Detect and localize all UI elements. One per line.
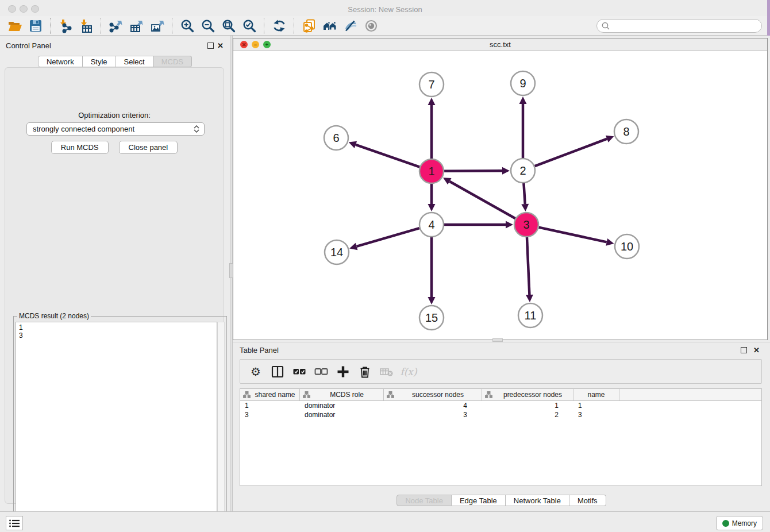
- tab-edge-table[interactable]: Edge Table: [452, 495, 506, 506]
- cell-predecessor-nodes[interactable]: 2: [482, 410, 573, 419]
- column-header-shared-name[interactable]: shared name: [240, 389, 300, 400]
- criterion-value: strongly connected component: [27, 125, 191, 133]
- close-table-panel-icon[interactable]: ✕: [753, 347, 760, 353]
- desktop-edge: [767, 0, 770, 36]
- tab-network-table[interactable]: Network Table: [506, 495, 569, 506]
- tab-select[interactable]: Select: [116, 56, 153, 67]
- edge-arrow-icon: [526, 295, 533, 302]
- memory-status-icon: [722, 520, 729, 527]
- import-network-icon[interactable]: [55, 17, 76, 34]
- task-history-button[interactable]: [6, 516, 23, 530]
- column-header-predecessor-nodes[interactable]: predecessor nodes: [482, 389, 573, 400]
- tab-network[interactable]: Network: [38, 56, 83, 67]
- memory-button[interactable]: Memory: [716, 516, 763, 530]
- copy-network-icon[interactable]: [299, 17, 319, 34]
- cell-name[interactable]: 3: [573, 410, 619, 419]
- node-label-4: 4: [428, 218, 434, 231]
- edge-2-3[interactable]: [523, 183, 525, 204]
- cell-shared-name[interactable]: 1: [240, 401, 300, 410]
- tab-mcds[interactable]: MCDS: [153, 56, 192, 67]
- zoom-out-icon[interactable]: [198, 17, 218, 34]
- control-panel-title: Control Panel: [6, 41, 51, 50]
- close-panel-icon[interactable]: ✕: [217, 43, 224, 49]
- refresh-layout-icon[interactable]: [269, 17, 290, 34]
- mcds-result-title: MCDS result (2 nodes): [17, 312, 91, 320]
- tab-motifs[interactable]: Motifs: [569, 495, 606, 506]
- node-label-2: 2: [519, 164, 526, 177]
- edge-arrow-icon: [506, 221, 513, 229]
- cell-shared-name[interactable]: 3: [240, 410, 300, 419]
- edge-2-8[interactable]: [535, 139, 607, 167]
- sort-tree-icon: [485, 391, 492, 398]
- edge-3-1[interactable]: [449, 182, 515, 219]
- cell-MCDS-role[interactable]: dominator: [300, 401, 384, 410]
- import-table-icon[interactable]: [76, 17, 97, 34]
- cell-predecessor-nodes[interactable]: 1: [482, 401, 573, 410]
- sort-tree-icon: [387, 391, 394, 398]
- float-panel-icon[interactable]: [207, 43, 214, 49]
- node-label-15: 15: [425, 311, 438, 324]
- export-image-icon[interactable]: [147, 17, 168, 34]
- mcds-result-text[interactable]: 1 3: [16, 322, 217, 531]
- export-table-icon[interactable]: [126, 17, 147, 34]
- function-builder-icon: f(x): [399, 363, 418, 381]
- cell-name[interactable]: 1: [573, 401, 619, 410]
- run-mcds-button[interactable]: Run MCDS: [51, 141, 109, 154]
- node-label-3: 3: [523, 218, 529, 231]
- add-row-icon[interactable]: [333, 363, 353, 381]
- search-input[interactable]: [610, 20, 761, 32]
- node-label-14: 14: [330, 246, 343, 259]
- zoom-fit-icon[interactable]: [218, 17, 239, 34]
- column-layout-icon[interactable]: [268, 363, 287, 381]
- toolbar-separator: [294, 18, 295, 34]
- network-window-titlebar: ✕ − + scc.txt: [233, 38, 767, 51]
- zoom-selected-icon[interactable]: [239, 17, 260, 34]
- edge-arrow-icon: [606, 238, 614, 246]
- control-panel-tabs: NetworkStyleSelectMCDS: [0, 56, 230, 67]
- save-session-icon[interactable]: [25, 17, 46, 34]
- window-titlebar: Session: New Session: [0, 2, 770, 17]
- node-label-11: 11: [525, 309, 537, 322]
- mcds-panel-body: Optimization criterion: strongly connect…: [5, 67, 224, 504]
- edge-arrow-icon: [428, 297, 436, 304]
- network-canvas[interactable]: 7968124314101511: [233, 51, 767, 340]
- tab-node-table[interactable]: Node Table: [396, 495, 452, 506]
- toolbar-separator: [264, 18, 265, 34]
- deselect-all-icon[interactable]: [311, 363, 331, 381]
- edge-1-2[interactable]: [444, 171, 502, 171]
- control-panel: Control Panel ✕ Optimization criterion: …: [0, 36, 230, 511]
- toolbar-separator: [50, 18, 51, 34]
- close-panel-button[interactable]: Close panel: [119, 141, 178, 154]
- eye-icon[interactable]: [361, 17, 382, 34]
- column-header-name[interactable]: name: [573, 389, 619, 400]
- cell-successor-nodes[interactable]: 3: [384, 410, 482, 419]
- search-icon: [601, 21, 610, 30]
- two-houses-icon[interactable]: [319, 17, 340, 34]
- select-all-icon[interactable]: [290, 363, 309, 381]
- zoom-in-icon[interactable]: [177, 17, 198, 34]
- export-network-icon[interactable]: [106, 17, 126, 34]
- edge-4-14[interactable]: [357, 228, 419, 246]
- edge-1-6[interactable]: [356, 145, 419, 167]
- gear-icon[interactable]: ⚙: [246, 363, 265, 381]
- cell-successor-nodes[interactable]: 4: [384, 401, 482, 410]
- table-toolbar: ⚙f(x): [240, 359, 762, 384]
- search-field: [596, 19, 762, 33]
- criterion-dropdown[interactable]: strongly connected component: [26, 122, 205, 136]
- table-panel: Table Panel ✕ ⚙f(x) shared nameMCDS role…: [233, 342, 770, 510]
- edge-3-10[interactable]: [538, 228, 606, 242]
- graphics-details-icon[interactable]: [340, 17, 361, 34]
- table-tabs: Node TableEdge TableNetwork TableMotifs: [233, 495, 770, 506]
- edge-arrow-icon: [349, 243, 357, 250]
- node-label-7: 7: [428, 78, 434, 91]
- open-file-icon[interactable]: [5, 17, 25, 34]
- column-header-filler: [619, 389, 761, 400]
- float-table-panel-icon[interactable]: [741, 347, 747, 353]
- column-header-MCDS-role[interactable]: MCDS role: [300, 389, 384, 400]
- result-scrollbar[interactable]: [217, 322, 225, 531]
- cell-MCDS-role[interactable]: dominator: [300, 410, 384, 419]
- edge-3-11[interactable]: [527, 237, 529, 295]
- tab-style[interactable]: Style: [83, 56, 116, 67]
- trash-icon[interactable]: [355, 363, 375, 381]
- column-header-successor-nodes[interactable]: successor nodes: [384, 389, 482, 400]
